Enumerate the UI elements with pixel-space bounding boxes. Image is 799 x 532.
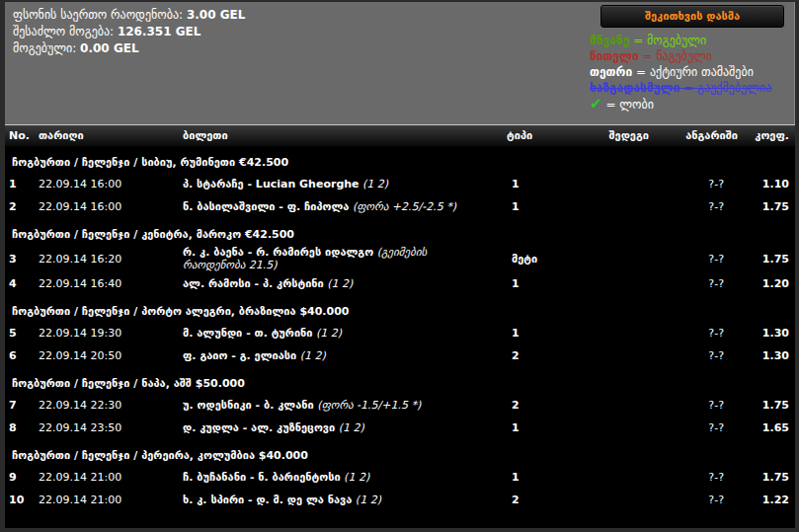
row-date: 22.09.14 23:50 xyxy=(39,421,183,434)
status-legend: მწვანე = მოგებული წითელი = წაგებული თეთრ… xyxy=(590,33,771,113)
table-row: 1 22.09.14 16:00 პ. სტარაჩე - Lucian Ghe… xyxy=(5,173,795,195)
legend-lost-meaning: წაგებული xyxy=(656,49,712,63)
header-date: თარიღი xyxy=(39,129,183,142)
table-row: 2 22.09.14 16:00 ნ. ბასილაშვილი - ფ. ჩიპ… xyxy=(5,195,795,218)
header-result: შედეგი xyxy=(570,129,649,142)
row-coef: 1.30 xyxy=(738,327,795,340)
ticket-match: დ. კუდლა - ალ. კუზნეცოვი xyxy=(183,421,335,434)
ticket-bet: (1 2) xyxy=(362,178,388,190)
row-date: 22.09.14 16:40 xyxy=(39,277,183,290)
tournament-section-title: ჩოგბურთი / ჩელენჯი / პორტო ალეგრი, ბრაზი… xyxy=(5,295,795,322)
ticket-match: ჩ. ბუჩანანი - ნ. ბარიენტოსი xyxy=(183,471,341,484)
row-date: 22.09.14 16:00 xyxy=(39,178,183,190)
legend-cancelled: ხაზგადასმული = გაუქმებულია xyxy=(590,80,771,96)
header-coef: კოეფ. xyxy=(738,129,795,142)
row-coef: 1.30 xyxy=(738,349,795,362)
row-ticket: ფ. გაიო - გ. ელიასი (1 2) xyxy=(183,349,499,362)
row-ticket: ალ. რამოსი - პ. კრსტინი (1 2) xyxy=(183,277,499,290)
header-no: No. xyxy=(5,129,39,142)
tournament-section-title: ჩოგბურთი / ჩელენჯი / ნაპა, აშშ $50.000 xyxy=(5,367,795,394)
ticket-bet: (1 2) xyxy=(339,421,364,434)
row-ticket: ჩ. ბუჩანანი - ნ. ბარიენტოსი (1 2) xyxy=(183,471,499,484)
row-number: 9 xyxy=(5,471,39,484)
row-ticket: მ. ალუნდი - თ. ტურინი (1 2) xyxy=(183,327,499,340)
row-coef: 1.20 xyxy=(738,277,795,290)
legend-active: თეთრი = აქტიური თამაშები xyxy=(590,64,771,80)
table-row: 3 22.09.14 16:20 რ. კ. ბაენა - რ. რამირე… xyxy=(5,245,795,272)
row-number: 8 xyxy=(5,421,39,434)
legend-lost: წითელი = წაგებული xyxy=(590,48,771,64)
row-score: ?-? xyxy=(649,421,738,434)
row-score: ?-? xyxy=(649,349,738,362)
row-score: ?-? xyxy=(649,253,738,266)
ask-question-button[interactable]: შეკითხვის დასმა xyxy=(600,5,784,28)
row-coef: 1.65 xyxy=(738,421,795,434)
row-number: 10 xyxy=(5,494,39,506)
row-type: 2 xyxy=(499,349,570,362)
table-row: 10 22.09.14 21:00 ხ. კ. სპირი - დ. მ. დე… xyxy=(5,489,795,511)
row-score: ?-? xyxy=(649,494,738,506)
row-number: 1 xyxy=(5,178,39,190)
row-type: 1 xyxy=(499,178,570,190)
ticket-bet: (ფორა -1.5/+1.5 *) xyxy=(317,399,421,412)
row-score: ?-? xyxy=(649,471,738,484)
header-ticket: ბილეთი xyxy=(183,129,499,142)
legend-lobby: ✔ = ლობი xyxy=(590,96,771,113)
row-type: 2 xyxy=(499,494,570,506)
ticket-match: ალ. რამოსი - პ. კრსტინი xyxy=(183,277,324,290)
equals-sign: = xyxy=(636,65,646,79)
row-number: 6 xyxy=(5,349,39,362)
equals-sign: = xyxy=(683,81,693,95)
ticket-match: რ. კ. ბაენა - რ. რამირეს იდალგო xyxy=(183,246,373,259)
legend-cancelled-meaning: გაუქმებულია xyxy=(697,81,771,95)
row-ticket: დ. კუდლა - ალ. კუზნეცოვი (1 2) xyxy=(183,421,499,434)
bet-table-header: No. თარიღი ბილეთი ტიპი შედეგი ანგარიში კ… xyxy=(5,124,795,146)
row-ticket: ხ. კ. სპირი - დ. მ. დე ლა ნავა (1 2) xyxy=(183,494,499,506)
ticket-match: პ. სტარაჩე - Lucian Gheorghe xyxy=(183,178,360,190)
row-coef: 1.75 xyxy=(738,471,795,484)
row-date: 22.09.14 16:20 xyxy=(39,253,183,266)
equals-sign: = xyxy=(633,34,643,47)
bet-table-body: ჩოგბურთი / ჩელენჯი / სიბიუ, რუმინეთი €42… xyxy=(5,146,795,511)
ticket-bet: (1 2) xyxy=(300,349,326,362)
bet-summary: ფსონის საერთო რაოდენობა: 3.00 GEL შესაძლ… xyxy=(13,7,245,57)
table-row: 7 22.09.14 22:30 უ. ოდესნიკი - ბ. კლანი … xyxy=(5,394,795,417)
table-row: 4 22.09.14 16:40 ალ. რამოსი - პ. კრსტინი… xyxy=(5,272,795,295)
ticket-bet: (1 2) xyxy=(316,327,342,340)
header-score: ანგარიში xyxy=(649,129,738,142)
row-type: 1 xyxy=(499,200,570,213)
possible-win-value: 126.351 GEL xyxy=(118,25,201,38)
row-coef: 1.75 xyxy=(738,399,795,412)
legend-won: მწვანე = მოგებული xyxy=(590,33,771,48)
row-score: ?-? xyxy=(649,327,738,340)
row-type: 1 xyxy=(499,327,570,340)
possible-win-label: შესაძლო მოგება: xyxy=(13,25,114,38)
total-stake-label: ფსონის საერთო რაოდენობა: xyxy=(13,8,183,22)
tournament-section-title: ჩოგბურთი / ჩელენჯი / კენიტრა, მაროკო €42… xyxy=(5,218,795,245)
row-number: 2 xyxy=(5,200,39,213)
table-row: 9 22.09.14 21:00 ჩ. ბუჩანანი - ნ. ბარიენ… xyxy=(5,466,795,489)
row-date: 22.09.14 16:00 xyxy=(39,200,183,213)
equals-sign: = xyxy=(605,98,615,112)
total-stake-line: ფსონის საერთო რაოდენობა: 3.00 GEL xyxy=(13,7,245,24)
ticket-match: ხ. კ. სპირი - დ. მ. დე ლა ნავა xyxy=(183,494,352,506)
row-ticket: ნ. ბასილაშვილი - ფ. ჩიპოლა (ფორა +2.5/-2… xyxy=(183,200,499,213)
table-row: 5 22.09.14 19:30 მ. ალუნდი - თ. ტურინი (… xyxy=(5,322,795,344)
won-label: მოგებული: xyxy=(13,41,76,55)
row-number: 4 xyxy=(5,277,39,290)
ticket-match: ფ. გაიო - გ. ელიასი xyxy=(183,349,296,362)
bets-page: ფსონის საერთო რაოდენობა: 3.00 GEL შესაძლ… xyxy=(5,2,795,528)
row-type: 1 xyxy=(499,471,570,484)
app-frame: ფსონის საერთო რაოდენობა: 3.00 GEL შესაძლ… xyxy=(0,0,799,532)
row-coef: 1.22 xyxy=(738,494,795,506)
won-value: 0.00 GEL xyxy=(80,41,138,55)
row-type: 1 xyxy=(499,277,570,290)
total-stake-value: 3.00 GEL xyxy=(187,8,245,22)
row-date: 22.09.14 20:50 xyxy=(39,349,183,362)
tournament-section-title: ჩოგბურთი / ჩელენჯი / სიბიუ, რუმინეთი €42… xyxy=(5,146,795,173)
summary-panel: ფსონის საერთო რაოდენობა: 3.00 GEL შესაძლ… xyxy=(5,2,795,124)
row-type: 1 xyxy=(499,421,570,434)
row-number: 5 xyxy=(5,327,39,340)
row-coef: 1.75 xyxy=(738,200,795,213)
won-line: მოგებული: 0.00 GEL xyxy=(13,40,245,57)
